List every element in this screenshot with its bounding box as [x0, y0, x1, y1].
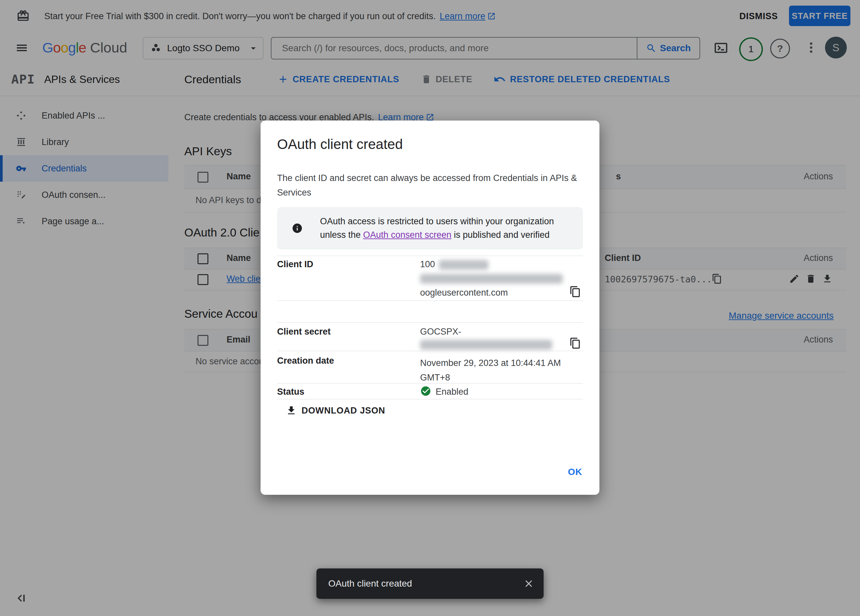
- creation-date-label: Creation date: [277, 356, 334, 366]
- download-icon: [286, 405, 297, 416]
- copy-client-id-icon[interactable]: [570, 286, 581, 298]
- ok-button[interactable]: OK: [568, 467, 582, 477]
- redacted-client-secret: [420, 340, 552, 350]
- dialog-title: OAuth client created: [277, 137, 403, 152]
- redacted-client-id-part1: [439, 260, 488, 270]
- oauth-client-created-dialog: OAuth client created The client ID and s…: [261, 121, 599, 495]
- notice-line2: unless the OAuth consent screen is publi…: [320, 228, 554, 242]
- client-id-label: Client ID: [277, 259, 314, 270]
- status-value: Enabled: [436, 387, 468, 397]
- google-cloud-console: Start your Free Trial with $300 in credi…: [0, 0, 860, 616]
- toast-message: OAuth client created: [328, 578, 412, 589]
- check-circle-icon: [420, 385, 431, 397]
- info-notice-box: OAuth access is restricted to users with…: [277, 207, 583, 249]
- status-label: Status: [277, 387, 304, 397]
- client-secret-label: Client secret: [277, 327, 331, 337]
- client-id-domain: oogleusercontent.com: [420, 288, 508, 298]
- client-secret-prefix: GOCSPX-: [420, 327, 461, 337]
- info-icon: [292, 223, 303, 234]
- redacted-client-id-part2: [420, 274, 563, 284]
- client-id-prefix: 100: [420, 259, 435, 270]
- creation-date-value: November 29, 2023 at 10:44:41 AM GMT+8: [420, 356, 561, 385]
- download-json-button[interactable]: DOWNLOAD JSON: [286, 402, 385, 419]
- close-icon[interactable]: [523, 578, 534, 589]
- copy-client-secret-icon[interactable]: [570, 337, 581, 349]
- oauth-consent-screen-link[interactable]: OAuth consent screen: [363, 230, 452, 240]
- notice-line1: OAuth access is restricted to users with…: [320, 215, 554, 228]
- snackbar-toast: OAuth client created: [316, 569, 544, 599]
- dialog-body-text: The client ID and secret can always be a…: [277, 171, 577, 200]
